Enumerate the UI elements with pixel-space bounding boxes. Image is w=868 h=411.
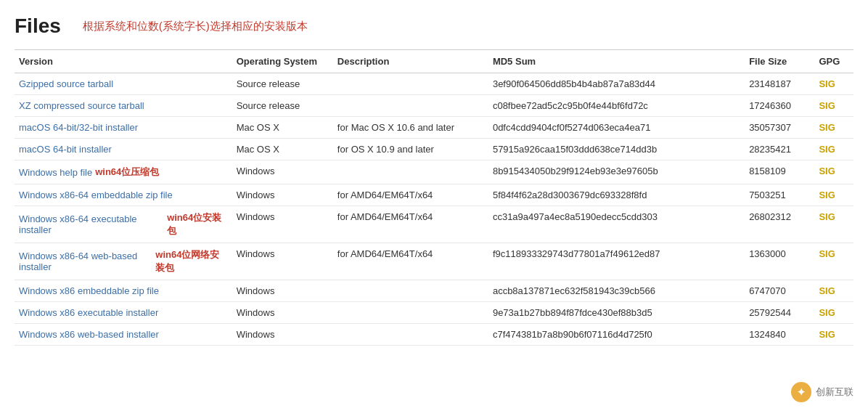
cell-version: macOS 64-bit installer xyxy=(15,139,232,160)
cell-version: Gzipped source tarball xyxy=(15,73,232,95)
version-link[interactable]: Windows x86 executable installer xyxy=(19,307,158,318)
sig-link[interactable]: SIG xyxy=(819,100,835,111)
cell-md5: 57915a926caa15f03ddd638ce714dd3b xyxy=(488,139,745,160)
version-link[interactable]: Windows x86 embeddable zip file xyxy=(19,285,159,296)
cell-gpg: SIG xyxy=(814,243,853,280)
table-row: Windows x86-64 embeddable zip fileWindow… xyxy=(15,184,853,206)
table-row: Windows x86-64 executable installerwin64… xyxy=(15,206,853,243)
version-link[interactable]: Windows x86-64 web-based installer xyxy=(19,251,152,272)
cell-description: for AMD64/EM64T/x64 xyxy=(333,243,488,280)
cell-filesize: 28235421 xyxy=(745,139,814,160)
sig-link[interactable]: SIG xyxy=(819,211,835,222)
version-link[interactable]: Windows x86-64 embeddable zip file xyxy=(19,190,173,200)
cell-version: XZ compressed source tarball xyxy=(15,95,232,117)
cell-version: Windows x86-64 web-based installerwin64位… xyxy=(15,243,232,280)
table-row: Windows help filewin64位压缩包Windows8b91543… xyxy=(15,160,853,184)
page-title: Files xyxy=(15,15,61,38)
cell-version: Windows x86-64 executable installerwin64… xyxy=(15,206,232,243)
cell-version: Windows x86-64 embeddable zip file xyxy=(15,184,232,206)
cell-os: Windows xyxy=(232,160,333,184)
cell-md5: 8b915434050b29f9124eb93e3e97605b xyxy=(488,160,745,184)
cell-description xyxy=(333,160,488,184)
cell-filesize: 1324840 xyxy=(745,324,814,346)
cell-gpg: SIG xyxy=(814,324,853,346)
cell-md5: c08fbee72ad5c2c95b0f4e44bf6fd72c xyxy=(488,95,745,117)
cell-description xyxy=(333,324,488,346)
cell-description: for AMD64/EM64T/x64 xyxy=(333,206,488,243)
sig-link[interactable]: SIG xyxy=(819,78,835,89)
col-header-md5: MD5 Sum xyxy=(488,50,745,73)
table-row: Windows x86-64 web-based installerwin64位… xyxy=(15,243,853,280)
version-link[interactable]: Windows x86-64 executable installer xyxy=(19,213,164,235)
version-link[interactable]: XZ compressed source tarball xyxy=(19,100,144,111)
table-row: Windows x86 web-based installerWindowsc7… xyxy=(15,324,853,346)
cell-version: Windows x86 executable installer xyxy=(15,302,232,324)
sig-link[interactable]: SIG xyxy=(819,190,835,200)
col-header-desc: Description xyxy=(333,50,488,73)
col-header-gpg: GPG xyxy=(814,50,853,73)
cell-gpg: SIG xyxy=(814,184,853,206)
cell-md5: 9e73a1b27bb894f87fdce430ef88b3d5 xyxy=(488,302,745,324)
cell-gpg: SIG xyxy=(814,73,853,95)
cell-os: Windows xyxy=(232,280,333,302)
cell-os: Source release xyxy=(232,95,333,117)
cell-filesize: 23148187 xyxy=(745,73,814,95)
cell-description xyxy=(333,280,488,302)
cell-md5: 0dfc4cdd9404cf0f5274d063eca4ea71 xyxy=(488,117,745,139)
annotation-label: win64位压缩包 xyxy=(95,166,159,179)
cell-os: Windows xyxy=(232,243,333,280)
col-header-filesize: File Size xyxy=(745,50,814,73)
cell-gpg: SIG xyxy=(814,95,853,117)
watermark: ✦ 创新互联 xyxy=(791,382,853,402)
annotation-label: win64位网络安装包 xyxy=(155,248,227,274)
sig-link[interactable]: SIG xyxy=(819,307,835,318)
version-link[interactable]: macOS 64-bit installer xyxy=(19,144,112,155)
sig-link[interactable]: SIG xyxy=(819,285,835,296)
table-row: Gzipped source tarballSource release3ef9… xyxy=(15,73,853,95)
watermark-text: 创新互联 xyxy=(816,386,853,399)
cell-md5: cc31a9a497a4ec8a5190edecc5cdd303 xyxy=(488,206,745,243)
version-link[interactable]: macOS 64-bit/32-bit installer xyxy=(19,122,138,133)
cell-os: Source release xyxy=(232,73,333,95)
sig-link[interactable]: SIG xyxy=(819,329,835,340)
cell-description: for OS X 10.9 and later xyxy=(333,139,488,160)
cell-gpg: SIG xyxy=(814,139,853,160)
version-link[interactable]: Gzipped source tarball xyxy=(19,78,113,89)
cell-filesize: 8158109 xyxy=(745,160,814,184)
cell-os: Windows xyxy=(232,324,333,346)
cell-description xyxy=(333,302,488,324)
cell-os: Mac OS X xyxy=(232,117,333,139)
sig-link[interactable]: SIG xyxy=(819,144,835,155)
table-row: XZ compressed source tarballSource relea… xyxy=(15,95,853,117)
version-link[interactable]: Windows x86 web-based installer xyxy=(19,329,159,340)
page-container: Files 根据系统和位数(系统字长)选择相应的安装版本 Version Ope… xyxy=(0,0,868,375)
table-header: Version Operating System Description MD5… xyxy=(15,50,853,73)
cell-description xyxy=(333,73,488,95)
cell-filesize: 17246360 xyxy=(745,95,814,117)
cell-os: Windows xyxy=(232,302,333,324)
cell-md5: 3ef90f064506dd85b4b4ab87a7a83d44 xyxy=(488,73,745,95)
annotation-label: win64位安装包 xyxy=(167,211,228,237)
cell-filesize: 1363000 xyxy=(745,243,814,280)
cell-gpg: SIG xyxy=(814,206,853,243)
version-link[interactable]: Windows help file xyxy=(19,167,92,178)
cell-version: Windows x86 web-based installer xyxy=(15,324,232,346)
cell-os: Windows xyxy=(232,184,333,206)
cell-gpg: SIG xyxy=(814,302,853,324)
cell-filesize: 26802312 xyxy=(745,206,814,243)
cell-md5: 5f84f4f62a28d3003679dc693328f8fd xyxy=(488,184,745,206)
cell-gpg: SIG xyxy=(814,160,853,184)
sig-link[interactable]: SIG xyxy=(819,122,835,133)
cell-filesize: 35057307 xyxy=(745,117,814,139)
cell-gpg: SIG xyxy=(814,117,853,139)
cell-description xyxy=(333,95,488,117)
cell-version: Windows x86 embeddable zip file xyxy=(15,280,232,302)
cell-os: Mac OS X xyxy=(232,139,333,160)
cell-filesize: 7503251 xyxy=(745,184,814,206)
sig-link[interactable]: SIG xyxy=(819,248,835,259)
subtitle: 根据系统和位数(系统字长)选择相应的安装版本 xyxy=(83,20,308,33)
cell-md5: f9c118933329743d77801a7f49612ed87 xyxy=(488,243,745,280)
cell-md5: accb8a137871ec632f581943c39cb566 xyxy=(488,280,745,302)
cell-os: Windows xyxy=(232,206,333,243)
sig-link[interactable]: SIG xyxy=(819,166,835,176)
